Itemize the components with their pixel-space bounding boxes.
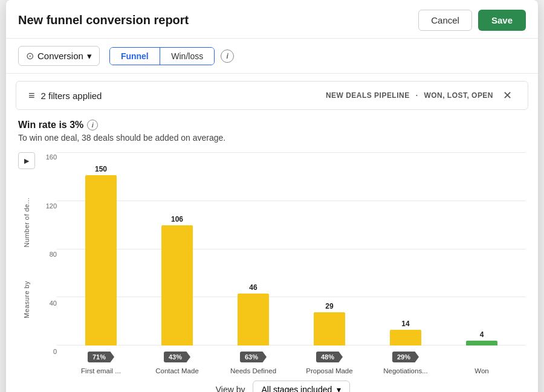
bar-value: 4 (480, 330, 484, 339)
chart-wrapper: ▶ Number of de... Measure by 160 120 80 … (18, 152, 526, 392)
bar-group-contact-made: 106 43% (161, 215, 193, 345)
bar-group-negotiations: 14 29% (390, 320, 421, 345)
y-axis-numbers: 160 120 80 40 0 (40, 152, 57, 374)
status-label: WON, LOST, OPEN (424, 91, 493, 100)
bar-group-proposal-made: 29 48% (314, 302, 345, 345)
filter-count: 2 filters applied (41, 91, 102, 101)
modal-header: New funnel conversion report Cancel Save (6, 0, 538, 39)
bar-needs-defined (238, 294, 269, 345)
pct-badge-29: 29% (392, 352, 419, 362)
pct-badge-63: 63% (240, 352, 267, 362)
y-axis-label: Number of de... (23, 198, 30, 247)
win-rate-info-icon[interactable]: i (87, 120, 98, 130)
info-icon[interactable]: i (221, 50, 234, 63)
chart-section: Win rate is 3% i To win one deal, 38 dea… (6, 117, 538, 392)
filter-bar: ≡ 2 filters applied NEW DEALS PIPELINE ·… (16, 81, 528, 110)
conversion-icon: ⊙ (26, 50, 34, 62)
bar-group-needs-defined: 46 63% (238, 283, 269, 345)
pct-badge-43: 43% (164, 352, 190, 362)
save-button[interactable]: Save (478, 10, 526, 31)
bar-value: 14 (401, 320, 409, 328)
x-labels: First email ... Contact Made Needs Defin… (57, 345, 526, 374)
pct-badge-48: 48% (316, 352, 343, 362)
filter-icon: ≡ (28, 89, 35, 102)
filter-right: NEW DEALS PIPELINE · WON, LOST, OPEN ✕ (326, 88, 516, 103)
view-by-select[interactable]: All stages included ▾ (253, 381, 351, 392)
bar-negotiations (390, 330, 421, 345)
cancel-button[interactable]: Cancel (418, 10, 472, 31)
win-rate-sub: To win one deal, 38 deals should be adde… (18, 133, 526, 143)
bar-contact-made (161, 225, 193, 345)
bar-group-won: 4 (466, 330, 497, 345)
tab-group: Funnel Win/loss (109, 47, 215, 65)
filter-separator: · (416, 91, 418, 100)
pipeline-label: NEW DEALS PIPELINE (326, 91, 410, 100)
bars-row: 150 71% 106 43% (57, 152, 526, 345)
conversion-dropdown[interactable]: ⊙ Conversion ▾ (18, 46, 100, 66)
bar-won (466, 341, 497, 345)
chart-inner: 160 120 80 40 0 (40, 152, 526, 374)
y-label-0: 0 (40, 348, 57, 355)
conversion-label: Conversion (37, 51, 83, 61)
bar-value: 150 (95, 165, 107, 173)
bar-group-first-email: 150 71% (85, 165, 117, 345)
x-label-contact-made: Contact Made (153, 367, 201, 374)
x-axis-label: Measure by (23, 281, 30, 318)
x-label-proposal-made: Proposal Made (305, 367, 354, 374)
grid-and-bars: 150 71% 106 43% (57, 152, 526, 345)
y-label-40: 40 (40, 300, 57, 307)
y-label-160: 160 (40, 153, 57, 161)
chevron-down-icon: ▾ (87, 51, 92, 62)
bar-value: 106 (171, 215, 183, 223)
header-buttons: Cancel Save (418, 10, 526, 31)
view-by-row: View by All stages included ▾ (40, 374, 526, 392)
x-label-won: Won (458, 367, 506, 374)
bars-and-labels: 150 71% 106 43% (57, 152, 526, 374)
chevron-down-icon: ▾ (337, 385, 341, 392)
bar-value: 46 (249, 283, 257, 292)
left-sidebar: ▶ Number of de... Measure by (18, 152, 35, 392)
chart-body: 160 120 80 40 0 (40, 152, 526, 392)
expand-button[interactable]: ▶ (18, 152, 35, 169)
x-label-first-email: First email ... (77, 367, 125, 374)
win-rate-title: Win rate is 3% i (18, 120, 526, 130)
modal-container: New funnel conversion report Cancel Save… (6, 0, 538, 392)
y-label-80: 80 (40, 251, 57, 258)
modal-title: New funnel conversion report (18, 13, 189, 27)
bar-value: 29 (325, 302, 333, 310)
x-label-negotiations: Negotiations... (381, 367, 430, 374)
bar-first-email (85, 175, 117, 345)
y-label-120: 120 (40, 202, 57, 210)
tab-winloss[interactable]: Win/loss (160, 48, 214, 65)
filter-close-button[interactable]: ✕ (499, 88, 516, 103)
pct-badge-71: 71% (88, 352, 114, 362)
x-label-needs-defined: Needs Defined (229, 367, 277, 374)
view-by-label: View by (216, 385, 245, 392)
view-by-value: All stages included (262, 385, 332, 392)
toolbar: ⊙ Conversion ▾ Funnel Win/loss i (6, 39, 538, 74)
bar-proposal-made (314, 312, 345, 345)
tab-funnel[interactable]: Funnel (110, 48, 160, 65)
filter-left: ≡ 2 filters applied (28, 89, 102, 102)
